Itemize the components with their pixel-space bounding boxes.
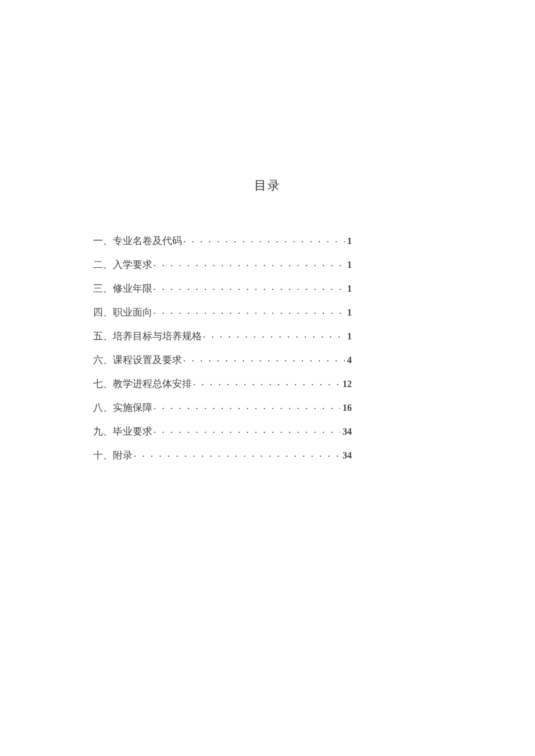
toc-leader <box>152 306 345 316</box>
toc-entry: 三、修业年限 1 <box>93 282 352 293</box>
toc-entry-page: 1 <box>345 332 352 341</box>
toc-entry-page: 1 <box>345 237 352 246</box>
toc-leader <box>152 258 345 268</box>
toc-entry-label: 八、实施保障 <box>93 403 152 413</box>
toc-entry: 七、教学进程总体安排 12 <box>93 377 352 389</box>
toc-entry-page: 34 <box>340 427 352 436</box>
toc-leader <box>182 353 345 363</box>
toc-leader <box>152 401 340 411</box>
toc-entry-page: 16 <box>340 403 352 413</box>
page-container: 目录 一、专业名卷及代码 1 二、入学要求 1 三、修业年限 1 四、职业面向 … <box>0 0 535 460</box>
toc-entry: 二、入学要求 1 <box>93 258 352 270</box>
toc-entry-label: 七、教学进程总体安排 <box>93 379 192 389</box>
toc-list: 一、专业名卷及代码 1 二、入学要求 1 三、修业年限 1 四、职业面向 1 五… <box>93 234 352 460</box>
toc-entry-label: 一、专业名卷及代码 <box>93 236 182 246</box>
toc-entry: 九、毕业要求 34 <box>93 425 352 436</box>
toc-entry: 十、附录 34 <box>93 449 352 460</box>
toc-leader <box>133 449 340 458</box>
toc-leader <box>152 282 345 292</box>
toc-entry-page: 1 <box>345 308 352 317</box>
toc-leader <box>152 425 340 435</box>
toc-entry-label: 六、课程设置及要求 <box>93 355 182 365</box>
toc-entry-page: 1 <box>345 260 352 270</box>
toc-entry-page: 1 <box>345 284 352 293</box>
toc-entry: 一、专业名卷及代码 1 <box>93 234 352 246</box>
toc-leader <box>182 234 345 244</box>
toc-entry: 八、实施保障 16 <box>93 401 352 413</box>
toc-entry-page: 4 <box>345 356 352 365</box>
toc-entry-label: 十、附录 <box>93 450 133 460</box>
toc-entry-label: 二、入学要求 <box>93 260 152 270</box>
toc-leader <box>202 329 345 339</box>
toc-entry: 四、职业面向 1 <box>93 306 352 317</box>
toc-entry-label: 四、职业面向 <box>93 307 152 317</box>
toc-title: 目录 <box>93 177 442 194</box>
toc-entry-label: 五、培养目标与培养规格 <box>93 331 202 341</box>
toc-entry-label: 九、毕业要求 <box>93 427 152 436</box>
toc-entry: 五、培养目标与培养规格 1 <box>93 329 352 341</box>
toc-leader <box>192 377 340 387</box>
toc-entry-page: 12 <box>340 379 352 389</box>
toc-entry-page: 34 <box>340 451 352 460</box>
toc-entry-label: 三、修业年限 <box>93 284 152 293</box>
toc-entry: 六、课程设置及要求 4 <box>93 353 352 365</box>
